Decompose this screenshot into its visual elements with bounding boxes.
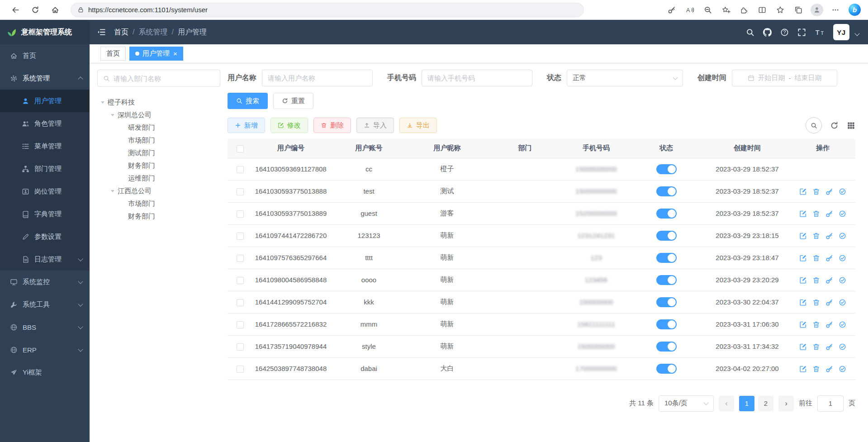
row-assign-role-button[interactable] xyxy=(839,188,846,195)
tree-node[interactable]: 测试部门 xyxy=(97,147,220,159)
zoom-button[interactable] xyxy=(700,2,716,18)
status-toggle[interactable] xyxy=(656,186,677,196)
row-reset-password-button[interactable] xyxy=(825,254,833,262)
tree-node[interactable]: 市场部门 xyxy=(97,134,220,147)
row-delete-button[interactable] xyxy=(812,232,820,240)
row-edit-button[interactable] xyxy=(799,254,807,262)
tree-node[interactable]: 深圳总公司 xyxy=(97,109,220,121)
sidebar-item-erp[interactable]: ERP xyxy=(0,338,90,361)
tree-node[interactable]: 市场部门 xyxy=(97,197,220,210)
reset-button[interactable]: 重置 xyxy=(273,93,313,109)
row-reset-password-button[interactable] xyxy=(825,188,833,195)
sidebar-item-system[interactable]: 系统管理 xyxy=(0,67,90,90)
row-checkbox[interactable] xyxy=(237,321,244,328)
caret-down-icon[interactable] xyxy=(111,190,114,194)
row-edit-button[interactable] xyxy=(799,365,807,373)
tree-node[interactable]: 江西总公司 xyxy=(97,185,220,197)
tree-node[interactable]: 运维部门 xyxy=(97,172,220,185)
row-edit-button[interactable] xyxy=(799,210,807,218)
row-checkbox[interactable] xyxy=(237,366,244,373)
add-favorite-button[interactable] xyxy=(718,2,734,18)
caret-down-icon[interactable] xyxy=(101,101,104,105)
github-icon[interactable] xyxy=(763,28,772,37)
row-checkbox[interactable] xyxy=(237,277,244,284)
row-edit-button[interactable] xyxy=(799,343,807,351)
row-assign-role-button[interactable] xyxy=(839,365,846,373)
status-toggle[interactable] xyxy=(656,231,677,241)
sidebar-item-user[interactable]: 用户管理 xyxy=(0,90,90,112)
row-assign-role-button[interactable] xyxy=(839,232,846,240)
sidebar-item-monitor[interactable]: 系统监控 xyxy=(0,271,90,293)
row-reset-password-button[interactable] xyxy=(825,210,833,218)
sidebar-item-tool[interactable]: 系统工具 xyxy=(0,293,90,316)
password-key-button[interactable] xyxy=(664,2,679,18)
favorites-button[interactable] xyxy=(773,2,788,18)
row-reset-password-button[interactable] xyxy=(825,343,833,351)
tab-close-icon[interactable]: × xyxy=(173,50,177,57)
font-size-icon[interactable]: TT xyxy=(815,28,825,37)
row-assign-role-button[interactable] xyxy=(839,210,846,218)
help-icon[interactable]: ? xyxy=(780,28,789,37)
row-checkbox[interactable] xyxy=(237,343,244,351)
page-button-1[interactable]: 1 xyxy=(739,396,754,411)
fullscreen-icon[interactable] xyxy=(797,28,806,37)
copilot-icon[interactable]: b xyxy=(849,4,861,16)
tab-home[interactable]: 首页 xyxy=(100,47,126,61)
row-reset-password-button[interactable] xyxy=(825,276,833,284)
row-assign-role-button[interactable] xyxy=(839,321,846,328)
browser-home-button[interactable] xyxy=(47,2,63,18)
import-button[interactable]: 导入 xyxy=(356,118,394,133)
sidebar-item-param[interactable]: 参数设置 xyxy=(0,225,90,248)
refresh-table-button[interactable] xyxy=(830,121,839,130)
search-button[interactable]: 搜索 xyxy=(228,93,268,109)
row-edit-button[interactable] xyxy=(799,232,807,240)
tree-node[interactable]: 研发部门 xyxy=(97,121,220,134)
sidebar-item-dict[interactable]: 字典管理 xyxy=(0,203,90,225)
row-edit-button[interactable] xyxy=(799,321,807,328)
address-bar[interactable]: https://ccnetcore.com:1101/system/user xyxy=(71,3,584,17)
sidebar-item-log[interactable]: 日志管理 xyxy=(0,248,90,271)
split-screen-button[interactable] xyxy=(754,2,770,18)
browser-refresh-button[interactable] xyxy=(27,2,43,18)
sidebar-item-menu[interactable]: 菜单管理 xyxy=(0,135,90,157)
breadcrumb-item[interactable]: 系统管理 xyxy=(138,28,167,37)
row-delete-button[interactable] xyxy=(812,276,820,284)
browser-settings-more-button[interactable] xyxy=(828,2,843,18)
status-toggle[interactable] xyxy=(656,319,677,329)
tree-node[interactable]: 橙子科技 xyxy=(97,96,220,109)
sidebar-item-yiframe[interactable]: Yi框架 xyxy=(0,361,90,384)
date-range-input[interactable]: 开始日期 - 结束日期 xyxy=(732,70,837,86)
row-delete-button[interactable] xyxy=(812,254,820,262)
row-edit-button[interactable] xyxy=(799,299,807,306)
edit-button[interactable]: 修改 xyxy=(270,118,308,133)
row-reset-password-button[interactable] xyxy=(825,232,833,240)
delete-button[interactable]: 删除 xyxy=(313,118,351,133)
export-button[interactable]: 导出 xyxy=(399,118,437,133)
columns-toggle-button[interactable] xyxy=(847,121,855,130)
row-delete-button[interactable] xyxy=(812,299,820,306)
page-button-2[interactable]: 2 xyxy=(758,396,773,411)
goto-page-input[interactable] xyxy=(817,395,844,412)
tree-node[interactable]: 财务部门 xyxy=(97,159,220,172)
add-button[interactable]: 新增 xyxy=(228,118,265,133)
chevron-down-icon[interactable] xyxy=(854,31,859,36)
row-delete-button[interactable] xyxy=(812,343,820,351)
extensions-button[interactable] xyxy=(736,2,752,18)
collections-button[interactable] xyxy=(791,2,806,18)
row-assign-role-button[interactable] xyxy=(839,276,846,284)
dept-search-input[interactable] xyxy=(114,75,214,82)
user-avatar[interactable]: YJ xyxy=(833,24,849,40)
breadcrumb-item[interactable]: 首页 xyxy=(114,28,128,37)
page-size-select[interactable]: 10条/页 xyxy=(659,395,714,412)
status-toggle[interactable] xyxy=(656,253,677,263)
status-toggle[interactable] xyxy=(656,209,677,219)
row-delete-button[interactable] xyxy=(812,321,820,328)
row-checkbox[interactable] xyxy=(237,188,244,195)
browser-profile-avatar[interactable] xyxy=(811,4,823,16)
row-edit-button[interactable] xyxy=(799,276,807,284)
row-checkbox[interactable] xyxy=(237,299,244,306)
caret-down-icon[interactable] xyxy=(111,114,114,118)
status-toggle[interactable] xyxy=(656,342,677,352)
sidebar-item-bbs[interactable]: BBS xyxy=(0,316,90,338)
row-assign-role-button[interactable] xyxy=(839,343,846,351)
